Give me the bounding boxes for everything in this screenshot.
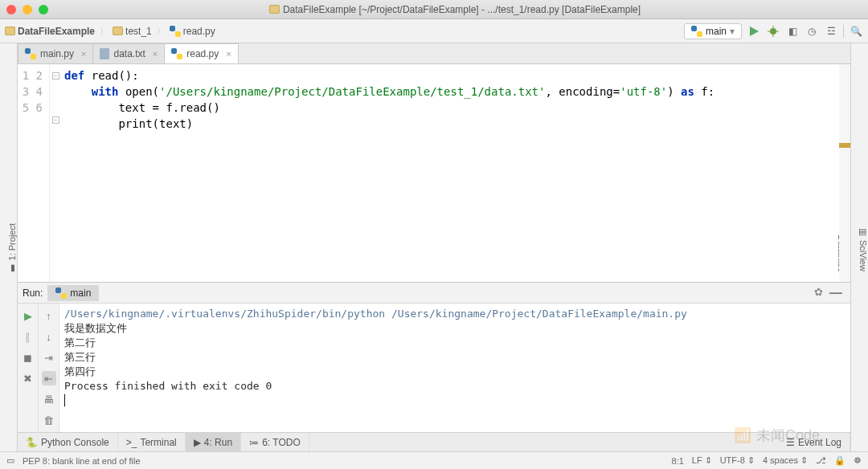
print-button[interactable]: 🖶 — [42, 392, 56, 406]
right-tool-stripe: ▤ SciView≡ Database — [850, 43, 868, 451]
status-icon: ▭ — [6, 455, 14, 466]
code-area[interactable]: def read(): with open('/Users/kingname/P… — [61, 64, 839, 282]
window-title-text: DataFileExample [~/Project/DataFileExamp… — [283, 4, 641, 15]
python-icon — [170, 26, 181, 37]
soft-wrap-button[interactable]: ⇥ — [42, 350, 56, 365]
fold-icon[interactable]: − — [52, 72, 59, 80]
profile-button[interactable]: ◷ — [805, 24, 819, 39]
status-bar: ▭ PEP 8: blank line at end of file 8:1 L… — [0, 451, 868, 469]
run-config-selector[interactable]: main ▾ — [684, 23, 742, 39]
console-output[interactable]: /Users/kingname/.virtualenvs/ZhihuSpider… — [59, 304, 850, 432]
tool-window-button[interactable]: ▮ 1: Project — [6, 223, 17, 274]
scroll-to-end-button[interactable]: ⇤ — [42, 371, 56, 385]
editor-scrollbar[interactable] — [839, 64, 850, 282]
console-line: 第四行 — [64, 365, 845, 379]
editor-tab[interactable]: read.py× — [164, 43, 238, 63]
divider — [843, 25, 844, 38]
fold-gutter: − − — [50, 64, 61, 282]
tool-window-button[interactable]: ▤ SciView — [858, 226, 868, 271]
warning-marker[interactable] — [839, 143, 850, 148]
run-body: ▶‖◼✖ ↑↓⇥⇤🖶🗑 /Users/kingname/.virtualenvs… — [18, 304, 850, 432]
breadcrumb-item[interactable]: DataFileExample — [5, 26, 95, 37]
pause-button[interactable]: ‖ — [21, 329, 35, 344]
bottom-tab[interactable]: >_Terminal — [118, 433, 186, 451]
run-header: Run: main ✿ — — [18, 283, 850, 304]
bottom-tab[interactable]: ▶4: Run — [186, 433, 241, 451]
window-title: DataFileExample [~/Project/DataFileExamp… — [48, 4, 862, 15]
stop-button[interactable]: ◼ — [21, 350, 35, 365]
run-hide-button[interactable]: — — [829, 286, 842, 300]
run-button[interactable] — [747, 24, 761, 39]
breadcrumb-item[interactable]: test_1 — [113, 26, 152, 37]
console-line: Process finished with exit code 0 — [64, 379, 845, 394]
bottom-tab[interactable]: ≔6: TODO — [241, 433, 309, 451]
clear-button[interactable]: 🗑 — [42, 413, 56, 427]
project-icon — [269, 5, 280, 14]
event-log-label: Event Log — [798, 437, 841, 448]
close-window-button[interactable] — [6, 5, 16, 14]
svg-marker-0 — [750, 27, 759, 36]
console-line: /Users/kingname/.virtualenvs/ZhihuSpider… — [64, 307, 845, 321]
run-toolbar-left: ▶‖◼✖ — [18, 304, 39, 432]
coverage-button[interactable]: ◧ — [785, 24, 800, 39]
breadcrumb-label: test_1 — [125, 26, 152, 37]
tab-label: 4: Run — [204, 437, 232, 448]
run-config-label: main — [706, 26, 727, 37]
tab-icon: ▶ — [194, 437, 201, 448]
console-line: 我是数据文件 — [64, 321, 845, 336]
navigation-bar: DataFileExampletest_1read.py main ▾ ◧ ◷ … — [0, 19, 868, 43]
run-settings-button[interactable]: ✿ — [814, 286, 823, 300]
fold-icon[interactable]: − — [52, 116, 59, 124]
code-editor[interactable]: 1 2 3 4 5 6 − − def read(): with open('/… — [18, 64, 850, 282]
run-tool-window: Run: main ✿ — ▶‖◼✖ ↑↓⇥⇤🖶🗑 /Users/kingnam… — [18, 282, 850, 432]
run-toolbar-right: ↑↓⇥⇤🖶🗑 — [39, 304, 59, 432]
python-icon — [171, 48, 182, 59]
bottom-tool-tabs: 🐍Python Console>_Terminal▶4: Run≔6: TODO… — [18, 432, 850, 451]
chevron-down-icon: ▾ — [730, 26, 735, 37]
tasks-button[interactable]: ☲ — [824, 24, 838, 39]
event-log-button[interactable]: ☰Event Log — [778, 433, 850, 451]
bottom-tab[interactable]: 🐍Python Console — [18, 433, 118, 451]
editor-tabs: main.py×data.txt×read.py× — [18, 43, 850, 64]
close-tab-icon[interactable]: × — [153, 49, 158, 59]
editor-tab[interactable]: main.py× — [18, 43, 93, 63]
breadcrumb-item[interactable]: read.py — [170, 26, 215, 37]
close-tab-icon[interactable]: × — [81, 49, 86, 59]
tab-icon: ≔ — [249, 437, 259, 448]
svg-point-1 — [770, 28, 776, 35]
tab-label: main.py — [40, 48, 74, 59]
cursor-position[interactable]: 8:1 — [671, 456, 683, 466]
folder-icon — [113, 27, 123, 35]
ide-settings-icon[interactable]: ☸ — [854, 455, 862, 466]
close-tab-icon[interactable]: × — [226, 49, 231, 59]
search-everywhere-button[interactable]: 🔍 — [849, 24, 863, 39]
python-icon — [55, 288, 67, 299]
main-area: ▮ 1: Project★ 2: Favorites⠿ 7: Structure… — [0, 43, 868, 451]
scroll-down-button[interactable]: ↓ — [42, 329, 56, 344]
run-tab[interactable]: main — [47, 285, 99, 301]
minimize-window-button[interactable] — [23, 5, 32, 14]
readonly-lock-icon[interactable]: 🔒 — [834, 455, 845, 466]
editor-tab[interactable]: data.txt× — [92, 43, 165, 63]
debug-button[interactable] — [766, 24, 780, 39]
indent-settings[interactable]: 4 spaces ⇕ — [763, 455, 808, 466]
breadcrumb: DataFileExampletest_1read.py — [5, 25, 684, 37]
tab-label: data.txt — [113, 48, 145, 59]
file-encoding[interactable]: UTF-8 ⇕ — [720, 455, 755, 466]
python-icon — [691, 26, 702, 37]
git-icon[interactable]: ⎇ — [816, 455, 826, 466]
tab-label: 6: TODO — [262, 437, 301, 448]
maximize-window-button[interactable] — [39, 5, 48, 14]
rerun-button[interactable]: ▶ — [21, 308, 35, 323]
breadcrumb-separator — [98, 25, 109, 37]
titlebar: DataFileExample [~/Project/DataFileExamp… — [0, 0, 868, 19]
line-separator[interactable]: LF ⇕ — [692, 455, 712, 466]
run-title: Run: — [23, 288, 43, 299]
tab-icon: >_ — [126, 437, 137, 448]
tab-label: read.py — [186, 48, 219, 59]
scroll-up-button[interactable]: ↑ — [42, 308, 56, 323]
close-button[interactable]: ✖ — [21, 371, 35, 385]
tab-label: Terminal — [140, 437, 176, 448]
python-icon — [25, 48, 36, 59]
left-tool-stripe: ▮ 1: Project★ 2: Favorites⠿ 7: Structure — [0, 43, 18, 451]
